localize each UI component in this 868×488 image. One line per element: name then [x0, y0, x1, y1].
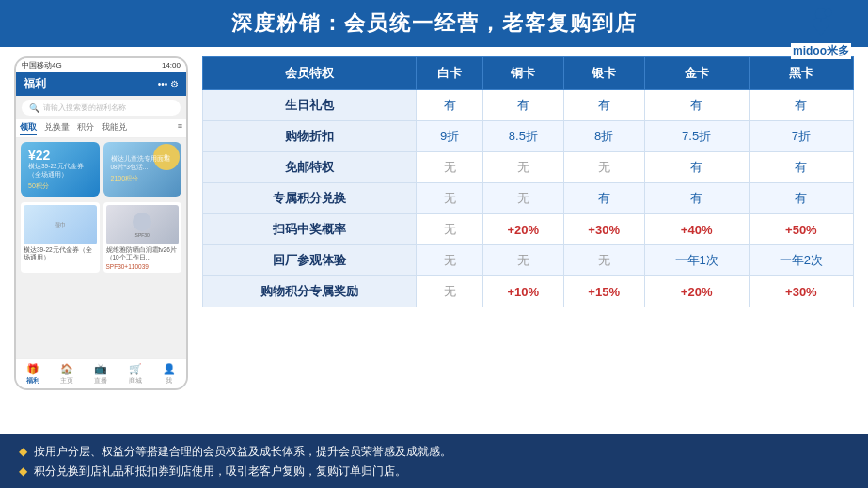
value-cell: 有 — [417, 90, 482, 121]
logo-text: midoo米多 — [791, 43, 851, 59]
page-title: 深度粉销：会员统一经营，老客复购到店 — [231, 11, 638, 35]
phone-search[interactable]: 🔍 请输入搜索要的福利名称 — [22, 100, 181, 116]
phone-mockup: 中国移动4G 14:00 福利 ••• ⚙ 🔍 请输入搜索要的福利名称 领取 兑… — [14, 56, 188, 390]
footer-bullet-1: ◆ 按用户分层、权益分等搭建合理的会员权益及成长体系，提升会员荣誉感及成就感。 — [19, 442, 849, 461]
value-cell: 7折 — [749, 121, 853, 152]
value-cell: +15% — [563, 276, 644, 307]
value-cell: 有 — [563, 90, 644, 121]
page-header: 深度粉销：会员统一经营，老客复购到店 midoo米多 — [0, 0, 868, 47]
th-gold: 金卡 — [644, 57, 749, 90]
phone-nav-me[interactable]: 👤 我 — [163, 363, 176, 386]
value-cell: 一年2次 — [749, 245, 853, 276]
main-content: 中国移动4G 14:00 福利 ••• ⚙ 🔍 请输入搜索要的福利名称 领取 兑… — [0, 47, 868, 390]
value-cell: 8折 — [563, 121, 644, 152]
phone-tab-receive[interactable]: 领取 — [20, 121, 37, 135]
phone-tab-redeem-count[interactable]: 兑换量 — [44, 121, 70, 135]
home-icon: 🏠 — [60, 363, 73, 375]
product-2-image: SPF30 — [106, 205, 180, 244]
membership-table: 会员特权 白卡 铜卡 银卡 金卡 黑卡 生日礼包有有有有有购物折扣9折8.5折8… — [202, 56, 854, 307]
svg-point-1 — [825, 9, 832, 17]
phone-product-1: 湿巾 横达39-22元代金券（全场通用） — [21, 202, 100, 273]
value-cell: +20% — [644, 276, 749, 307]
value-cell: 无 — [417, 152, 482, 183]
value-cell: +20% — [482, 214, 563, 245]
value-cell: 7.5折 — [644, 121, 749, 152]
value-cell: 有 — [644, 90, 749, 121]
product-1-image: 湿巾 — [24, 205, 97, 244]
phone-tabs: 领取 兑换量 积分 我能兑 ≡ — [16, 119, 186, 138]
value-cell: 无 — [417, 214, 482, 245]
th-feature: 会员特权 — [203, 57, 417, 90]
shop-icon: 🛒 — [129, 363, 142, 375]
phone-card-1: ¥22 横达39-22元代金券（全场通用） 50积分 — [21, 142, 100, 197]
phone-product-row: 湿巾 横达39-22元代金券（全场通用） SPF30 妮维雅防晒白润霜tv26片… — [16, 200, 186, 275]
phone-tab-points[interactable]: 积分 — [77, 121, 94, 135]
bottom-bar: ◆ 按用户分层、权益分等搭建合理的会员权益及成长体系，提升会员荣誉感及成就感。 … — [0, 434, 868, 488]
phone-nav-welfare[interactable]: 🎁 福利 — [26, 363, 39, 386]
th-copper: 铜卡 — [482, 57, 563, 90]
value-cell: 8.5折 — [482, 121, 563, 152]
value-cell: 无 — [417, 245, 482, 276]
value-cell: 无 — [417, 276, 482, 307]
feature-cell: 购物积分专属奖励 — [203, 276, 417, 307]
live-icon: 📺 — [94, 363, 107, 375]
value-cell: 无 — [417, 183, 482, 214]
value-cell: 有 — [563, 183, 644, 214]
th-silver: 银卡 — [563, 57, 644, 90]
value-cell: 无 — [563, 152, 644, 183]
bullet-icon-2: ◆ — [19, 464, 27, 478]
phone-body: 🔍 请输入搜索要的福利名称 领取 兑换量 积分 我能兑 ≡ ¥22 横达39-2… — [16, 96, 186, 377]
footer-bullet-2: ◆ 积分兑换到店礼品和抵扣券到店使用，吸引老客户复购，复购订单归门店。 — [19, 462, 849, 480]
value-cell: 无 — [482, 183, 563, 214]
phone-nav-live[interactable]: 📺 直播 — [94, 363, 107, 386]
th-white: 白卡 — [417, 57, 482, 90]
value-cell: +10% — [482, 276, 563, 307]
value-cell: 有 — [749, 90, 853, 121]
phone-tab-can-redeem[interactable]: 我能兑 — [102, 121, 127, 135]
phone-cards-row: ¥22 横达39-22元代金券（全场通用） 50积分 礼 横达儿童洗专用面霜08… — [16, 138, 186, 200]
phone-product-2: SPF30 妮维雅防晒白润霜tv26片（10个工作日... SPF30+1100… — [103, 202, 182, 273]
value-cell: +30% — [749, 276, 853, 307]
value-cell: 无 — [482, 245, 563, 276]
phone-status-bar: 中国移动4G 14:00 — [16, 58, 186, 72]
value-cell: 有 — [749, 183, 853, 214]
value-cell: +40% — [644, 214, 749, 245]
midoo-logo-icon — [803, 6, 839, 41]
value-cell: +30% — [563, 214, 644, 245]
feature-cell: 专属积分兑换 — [203, 183, 417, 214]
feature-cell: 购物折扣 — [203, 121, 417, 152]
th-black: 黑卡 — [749, 57, 853, 90]
me-icon: 👤 — [163, 363, 176, 375]
value-cell: 有 — [749, 152, 853, 183]
logo-area: midoo米多 — [791, 6, 851, 59]
search-icon: 🔍 — [29, 103, 39, 113]
phone-nav-shop[interactable]: 🛒 商城 — [129, 363, 142, 386]
value-cell: +50% — [749, 214, 853, 245]
value-cell: 一年1次 — [644, 245, 749, 276]
value-cell: 无 — [482, 152, 563, 183]
phone-nav-bar: 福利 ••• ⚙ — [16, 72, 186, 96]
bullet-icon-1: ◆ — [19, 445, 27, 458]
welfare-icon: 🎁 — [26, 363, 39, 375]
feature-cell: 免邮特权 — [203, 152, 417, 183]
feature-cell: 回厂参观体验 — [203, 245, 417, 276]
feature-cell: 扫码中奖概率 — [203, 214, 417, 245]
value-cell: 有 — [482, 90, 563, 121]
phone-nav-home[interactable]: 🏠 主页 — [60, 363, 73, 386]
value-cell: 无 — [563, 245, 644, 276]
phone-card-2: 礼 横达儿童洗专用面霜08片*3包活... 2100积分 — [103, 142, 182, 197]
value-cell: 有 — [644, 152, 749, 183]
value-cell: 有 — [644, 183, 749, 214]
phone-tab-more[interactable]: ≡ — [178, 121, 182, 135]
value-cell: 9折 — [417, 121, 482, 152]
table-area: 会员特权 白卡 铜卡 银卡 金卡 黑卡 生日礼包有有有有有购物折扣9折8.5折8… — [202, 56, 854, 390]
feature-cell: 生日礼包 — [203, 90, 417, 121]
footer-text: ◆ 按用户分层、权益分等搭建合理的会员权益及成长体系，提升会员荣誉感及成就感。 … — [19, 442, 849, 480]
phone-bottom-nav: 🎁 福利 🏠 主页 📺 直播 🛒 商城 👤 我 — [16, 358, 186, 388]
